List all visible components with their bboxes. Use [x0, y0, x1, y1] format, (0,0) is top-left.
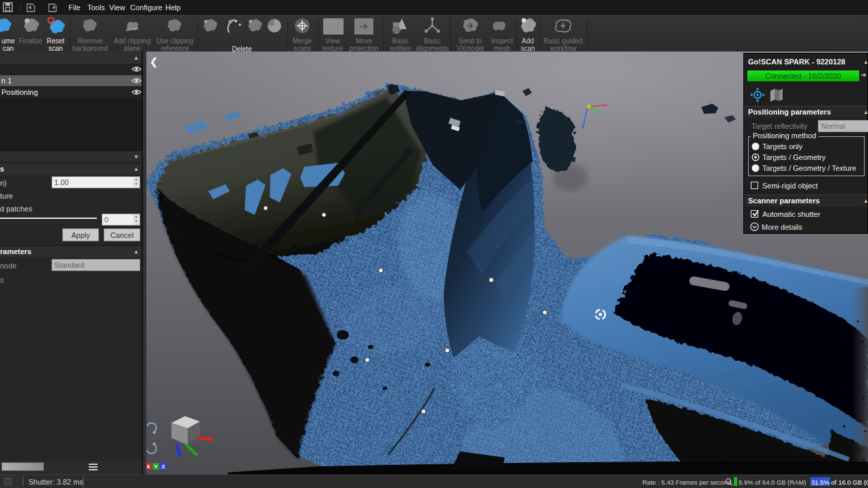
svg-text:X: X	[146, 464, 150, 470]
svg-text:Y: Y	[154, 464, 158, 470]
svg-text:❮: ❮	[150, 56, 158, 68]
svg-text:Z: Z	[162, 464, 165, 470]
